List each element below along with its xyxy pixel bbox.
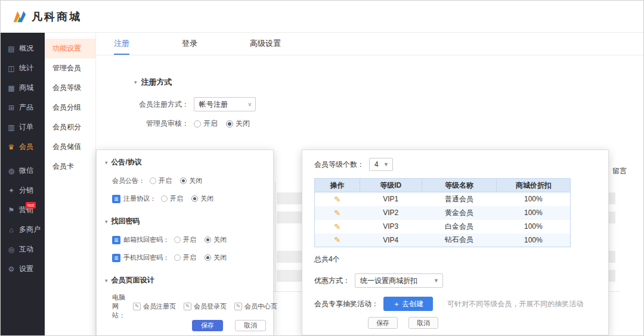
submenu-item-member-groups[interactable]: 会员分组	[45, 98, 95, 117]
app-window: 凡科商城 ▤ 概况 ◫ 统计 ▦ 商城 ⊞ 产品 ▥ 订单 ♛ 会员 ◍	[0, 0, 644, 336]
level-count-select[interactable]: 4 ▼	[369, 158, 393, 171]
radio-phone-off[interactable]: 关闭	[205, 253, 227, 262]
design-link-label: 会员中心页	[244, 302, 277, 311]
radio-agreement-on[interactable]: 开启	[161, 194, 183, 203]
edit-icon[interactable]: ✎	[334, 195, 340, 204]
page-design-section-head[interactable]: ▾ 会员页面设计	[105, 275, 265, 285]
sidebar-item-label: 商城	[19, 83, 33, 93]
sidebar-item-marketing[interactable]: ⚑ 营销 hot	[1, 200, 45, 220]
submenu-item-member-points[interactable]: 会员积分	[45, 117, 95, 137]
table-row: ✎ VIP4 钻石会员 100%	[315, 234, 571, 247]
level-discount: 100%	[497, 192, 571, 206]
tab-register[interactable]: 注册	[114, 33, 129, 55]
level-name: 钻石会员	[422, 234, 497, 247]
email-feature-icon: ≣	[112, 236, 120, 244]
radio-label: 关闭	[189, 176, 202, 185]
table-row: ✎ VIP3 白金会员 100%	[315, 220, 571, 234]
interaction-icon: ◎	[7, 245, 16, 254]
submenu-item-function-settings[interactable]: 功能设置	[45, 39, 95, 58]
sidebar-item-interaction[interactable]: ◎ 互动	[1, 239, 45, 259]
pc-site-label: 电脑网站：	[112, 293, 125, 320]
email-recovery-label: 邮箱找回密码：	[123, 235, 169, 244]
design-link-login-page[interactable]: ✎ 会员登录页	[184, 302, 227, 311]
save-button[interactable]: 保存	[368, 317, 398, 329]
save-button[interactable]: 保存	[192, 320, 223, 331]
radio-label: 开启	[203, 119, 218, 129]
cancel-button[interactable]: 取消	[235, 320, 266, 331]
lottery-label: 会员专享抽奖活动：	[314, 299, 379, 309]
create-lottery-button[interactable]: ＋ 去创建	[383, 297, 433, 311]
radio-agreement-off[interactable]: 关闭	[191, 194, 213, 203]
sidebar-item-multi-merchant[interactable]: ⌂ 多商户	[1, 220, 45, 239]
sidebar-item-label: 分销	[19, 185, 33, 195]
radio-circle-icon	[161, 195, 168, 202]
sidebar-item-distribution[interactable]: ✦ 分销	[1, 181, 45, 200]
phone-recovery-row: ≣ 手机找回密码： 开启 关闭	[112, 253, 265, 262]
submenu-item-member-stored-value[interactable]: 会员储值	[45, 137, 95, 157]
sidebar-item-mall[interactable]: ▦ 商城	[1, 78, 45, 98]
chevron-down-icon: ∨	[247, 101, 252, 107]
sidebar-item-label: 微信	[19, 166, 33, 176]
sidebar-item-stats[interactable]: ◫ 统计	[1, 58, 45, 78]
radio-label: 开启	[159, 176, 172, 185]
edit-page-icon: ✎	[184, 303, 191, 310]
edit-page-icon: ✎	[133, 303, 141, 310]
radio-audit-off[interactable]: 关闭	[226, 119, 250, 129]
level-count-label: 会员等级个数：	[314, 160, 364, 170]
brand-name: 凡科商城	[32, 10, 82, 24]
announcement-section-head[interactable]: ▾ 公告/协议	[105, 157, 265, 167]
sidebar-item-label: 概况	[19, 43, 33, 54]
radio-phone-on[interactable]: 开启	[174, 253, 196, 262]
edit-page-icon: ✎	[234, 303, 242, 310]
sidebar-item-overview[interactable]: ▤ 概况	[1, 39, 45, 58]
agreement-feature-icon: ≣	[112, 195, 120, 203]
member-level-table: 操作 等级ID 等级名称 商城价折扣 ✎ VIP1 普通会员 100% ✎ VI…	[314, 178, 571, 247]
discount-method-select[interactable]: 统一设置商城折扣 ▼	[355, 273, 443, 288]
table-row: ✎ VIP2 黄金会员 100%	[315, 206, 571, 220]
sidebar-item-orders[interactable]: ▥ 订单	[1, 117, 45, 137]
edit-icon[interactable]: ✎	[334, 209, 340, 217]
radio-notice-on[interactable]: 开启	[150, 176, 172, 185]
radio-circle-icon	[180, 178, 187, 184]
level-name: 白金会员	[422, 220, 497, 234]
sidebar-item-wechat[interactable]: ◍ 微信	[1, 161, 45, 181]
submenu-item-manage-members[interactable]: 管理会员	[45, 58, 95, 78]
pc-site-design-row: 电脑网站： ✎ 会员注册页 ✎ 会员登录页 ✎ 会员中心页	[112, 293, 265, 320]
left-panel-buttons: 保存 取消	[192, 320, 266, 331]
sidebar-item-settings[interactable]: ⚙ 设置	[1, 259, 45, 279]
tab-advanced-settings[interactable]: 高级设置	[250, 33, 281, 55]
radio-circle-icon	[150, 178, 156, 184]
radio-circle-icon	[174, 254, 181, 261]
radio-notice-off[interactable]: 关闭	[180, 176, 202, 185]
design-link-label: 会员登录页	[194, 302, 227, 311]
member-level-panel: 会员等级个数： 4 ▼ 操作 等级ID 等级名称 商城价折扣 ✎ VIP1 普通…	[302, 150, 609, 335]
radio-circle-icon	[226, 120, 233, 127]
edit-icon[interactable]: ✎	[334, 222, 340, 231]
password-recovery-section-head[interactable]: ▾ 找回密码	[105, 216, 265, 226]
order-list-icon: ▥	[7, 123, 16, 132]
section-title: 注册方式	[141, 77, 172, 88]
level-discount: 100%	[497, 206, 571, 220]
register-type-label: 会员注册方式：	[134, 99, 189, 110]
sidebar-item-products[interactable]: ⊞ 产品	[1, 98, 45, 117]
submenu-item-member-card[interactable]: 会员卡	[45, 157, 95, 176]
gear-icon: ⚙	[7, 265, 16, 273]
radio-email-off[interactable]: 关闭	[205, 235, 227, 244]
register-method-section[interactable]: ▾ 注册方式	[134, 77, 643, 88]
cancel-button[interactable]: 取消	[408, 317, 438, 329]
brand[interactable]: 凡科商城	[11, 9, 82, 24]
register-type-select[interactable]: 帐号注册 ∨	[194, 97, 256, 111]
admin-audit-label: 管理员审核：	[134, 119, 189, 129]
design-link-center-page[interactable]: ✎ 会员中心页	[234, 302, 277, 311]
background-partial-text: 留言	[612, 166, 627, 176]
col-level-id: 等级ID	[360, 179, 422, 192]
radio-email-on[interactable]: 开启	[174, 235, 196, 244]
radio-audit-on[interactable]: 开启	[194, 119, 218, 129]
col-level-name: 等级名称	[422, 179, 497, 192]
top-header: 凡科商城	[1, 1, 643, 33]
design-link-register-page[interactable]: ✎ 会员注册页	[133, 302, 176, 311]
edit-icon[interactable]: ✎	[334, 235, 340, 244]
sidebar-item-members[interactable]: ♛ 会员	[1, 137, 45, 157]
submenu-item-member-levels[interactable]: 会员等级	[45, 78, 95, 98]
tab-login[interactable]: 登录	[182, 33, 197, 55]
